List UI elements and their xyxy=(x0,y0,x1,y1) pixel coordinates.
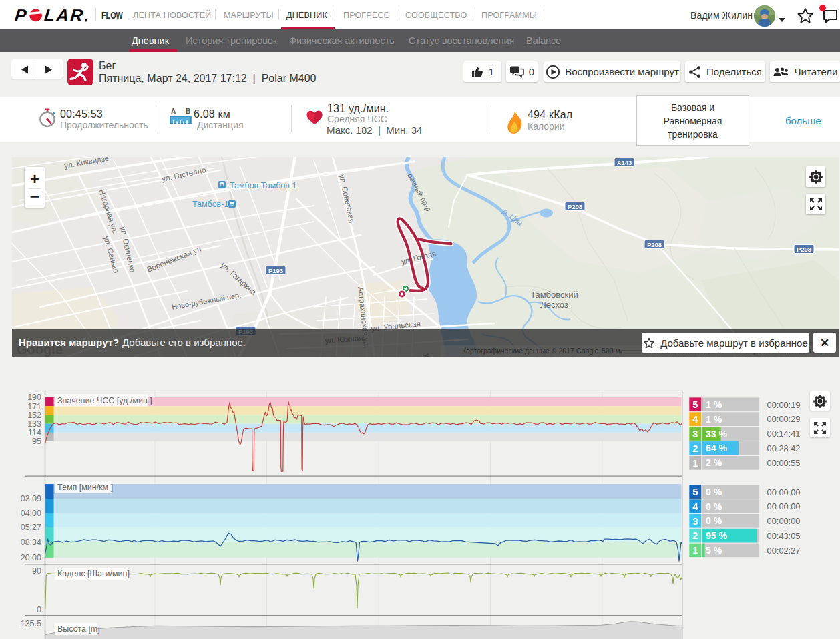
svg-text:133: 133 xyxy=(27,419,41,429)
svg-text:00:43:05: 00:43:05 xyxy=(767,531,801,541)
svg-text:20:00: 20:00 xyxy=(21,553,41,562)
svg-text:Р208: Р208 xyxy=(797,246,811,253)
svg-text:0 %: 0 % xyxy=(706,501,722,512)
svg-text:Р193: Р193 xyxy=(268,267,283,274)
svg-text:04:00: 04:00 xyxy=(21,509,41,518)
svg-text:03:09: 03:09 xyxy=(21,494,41,503)
svg-text:00:00:55: 00:00:55 xyxy=(767,458,801,468)
svg-text:4: 4 xyxy=(692,414,698,425)
svg-text:95 %: 95 % xyxy=(706,530,727,541)
svg-text:1: 1 xyxy=(692,545,698,556)
svg-text:00:00:19: 00:00:19 xyxy=(767,400,801,410)
svg-text:А143: А143 xyxy=(617,159,632,166)
svg-text:00:00:00: 00:00:00 xyxy=(767,487,801,497)
svg-text:4: 4 xyxy=(692,501,698,512)
svg-text:1 %: 1 % xyxy=(706,414,722,425)
svg-text:P: P xyxy=(14,5,28,23)
svg-text:А: А xyxy=(171,108,176,115)
svg-text:3: 3 xyxy=(692,429,698,439)
svg-text:152: 152 xyxy=(27,411,41,420)
svg-text:Каденс [Шаги/мин]: Каденс [Шаги/мин] xyxy=(57,569,130,578)
svg-text:Темп [мин/км ]: Темп [мин/км ] xyxy=(57,483,113,492)
svg-text:00:00:00: 00:00:00 xyxy=(767,516,801,526)
svg-text:В: В xyxy=(186,108,190,115)
svg-text:2: 2 xyxy=(692,530,698,541)
svg-text:114: 114 xyxy=(28,428,41,437)
svg-text:Значение ЧСС [уд./мин.]: Значение ЧСС [уд./мин.] xyxy=(57,396,152,405)
svg-text:135.5: 135.5 xyxy=(21,619,41,628)
svg-text:Тамбов-1: Тамбов-1 xyxy=(192,200,228,209)
svg-text:00:02:27: 00:02:27 xyxy=(767,546,801,556)
svg-text:Тамбовский: Тамбовский xyxy=(530,290,578,300)
svg-text:Р208: Р208 xyxy=(647,241,662,248)
svg-text:00:00:00: 00:00:00 xyxy=(767,501,801,511)
svg-text:2 %: 2 % xyxy=(706,457,722,468)
svg-text:05:27: 05:27 xyxy=(21,523,41,532)
svg-text:08:34: 08:34 xyxy=(21,538,41,547)
svg-text:64 %: 64 % xyxy=(706,443,727,453)
svg-text:95: 95 xyxy=(32,437,41,446)
svg-text:Тамбов Тамбов 1: Тамбов Тамбов 1 xyxy=(230,181,296,190)
svg-text:1: 1 xyxy=(692,458,698,469)
svg-text:00:28:42: 00:28:42 xyxy=(767,443,801,453)
svg-text:5 %: 5 % xyxy=(706,545,722,556)
svg-text:Высота [m]: Высота [m] xyxy=(57,624,100,634)
svg-text:171: 171 xyxy=(27,402,41,411)
svg-text:Лесхоз: Лесхоз xyxy=(540,300,568,310)
svg-text:LAR: LAR xyxy=(43,5,85,23)
svg-text:0 %: 0 % xyxy=(706,487,722,497)
svg-text:1 %: 1 % xyxy=(706,399,722,410)
svg-text:00:14:41: 00:14:41 xyxy=(767,429,801,439)
svg-text:Р208: Р208 xyxy=(568,203,582,210)
svg-text:00:00:29: 00:00:29 xyxy=(767,414,801,424)
svg-text:3: 3 xyxy=(692,516,698,527)
svg-text:5: 5 xyxy=(692,399,698,410)
svg-text:190: 190 xyxy=(27,393,41,402)
svg-text:0 %: 0 % xyxy=(706,515,722,526)
svg-text:2: 2 xyxy=(692,443,698,454)
svg-text:5: 5 xyxy=(692,487,698,497)
svg-text:0: 0 xyxy=(37,605,41,614)
svg-text:90: 90 xyxy=(32,566,41,576)
svg-text:33 %: 33 % xyxy=(706,429,727,439)
